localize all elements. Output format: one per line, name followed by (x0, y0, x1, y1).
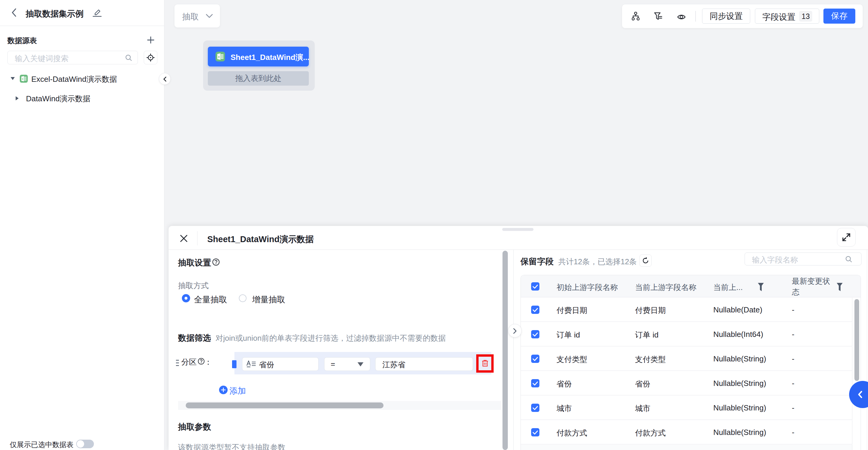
svg-text:x: x (218, 55, 220, 58)
svg-text:x: x (22, 78, 23, 80)
